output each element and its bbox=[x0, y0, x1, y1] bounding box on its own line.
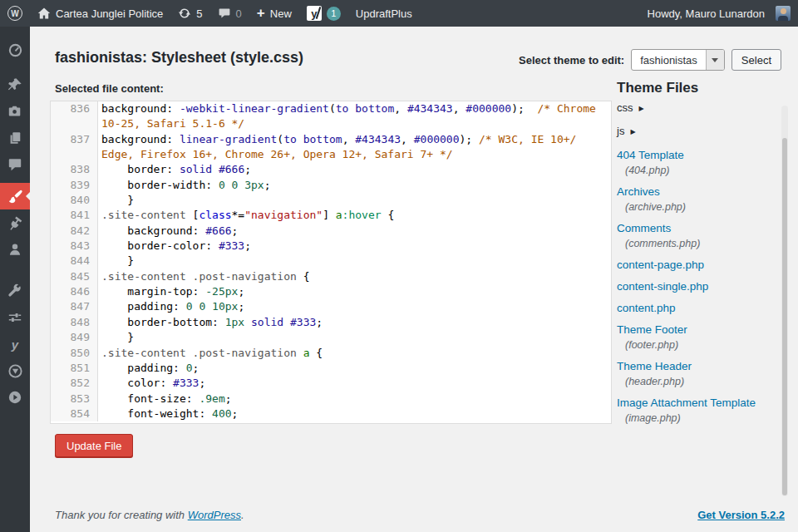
folder-expand-icon: ▶ bbox=[630, 128, 635, 135]
dashboard-icon bbox=[7, 42, 23, 58]
theme-file-entry: 404 Template(404.php) bbox=[617, 147, 783, 178]
theme-file-path: (comments.php) bbox=[625, 236, 783, 251]
line-number: 852 bbox=[51, 376, 98, 391]
sidebar-item-users[interactable] bbox=[0, 236, 30, 263]
pages-icon bbox=[7, 131, 22, 145]
update-file-button[interactable]: Update File bbox=[55, 434, 133, 457]
user-icon bbox=[7, 242, 22, 257]
sidebar-item-posts[interactable] bbox=[0, 71, 30, 98]
line-number: 836 bbox=[51, 101, 98, 116]
code-line: 850.site-content .post-navigation a { bbox=[51, 346, 611, 361]
theme-file-link[interactable]: Comments bbox=[617, 220, 783, 236]
site-name-label: Cartea Junglei Politice bbox=[56, 7, 163, 20]
select-arrow-segment bbox=[706, 50, 724, 70]
comments-menu[interactable]: 0 bbox=[210, 0, 249, 27]
theme-file-link[interactable]: content.php bbox=[617, 300, 783, 316]
sidebar-item-comments[interactable] bbox=[0, 151, 30, 178]
pushpin-icon bbox=[7, 77, 22, 92]
code-line: 848 border-bottom: 1px solid #333; bbox=[51, 315, 611, 330]
select-theme-button[interactable]: Select bbox=[732, 49, 781, 71]
theme-file-link[interactable]: Theme Header bbox=[617, 358, 783, 374]
updates-menu[interactable]: 5 bbox=[170, 0, 209, 27]
code-text: padding: 0; bbox=[98, 361, 199, 376]
get-version-link[interactable]: Get Version 5.2.2 bbox=[697, 509, 785, 521]
selected-file-label: Selected file content: bbox=[55, 82, 164, 95]
code-line: 838 border: solid #666; bbox=[51, 162, 611, 177]
site-name-link[interactable]: Cartea Junglei Politice bbox=[30, 0, 170, 27]
theme-file-link[interactable]: Archives bbox=[617, 184, 783, 200]
plus-icon: + bbox=[257, 6, 265, 20]
sidebar-item-tools[interactable] bbox=[0, 278, 30, 304]
camera-icon bbox=[7, 104, 22, 119]
theme-folder-css[interactable]: css▶ bbox=[617, 101, 783, 116]
update-count: 5 bbox=[196, 7, 202, 20]
theme-file-link[interactable]: content-single.php bbox=[617, 278, 783, 294]
line-number: 839 bbox=[51, 178, 98, 193]
line-number: 841 bbox=[51, 208, 98, 223]
sidebar-item-settings[interactable] bbox=[0, 304, 30, 331]
sidebar-item-plugins[interactable] bbox=[0, 209, 30, 236]
line-number: 848 bbox=[51, 315, 98, 330]
wordpress-link[interactable]: WordPress bbox=[188, 509, 241, 521]
sidebar-item-updraftplus[interactable] bbox=[0, 357, 30, 384]
theme-files-scrollbar-thumb[interactable] bbox=[782, 138, 787, 495]
code-line: 854 font-weight: 400; bbox=[51, 406, 611, 421]
code-text: margin-top: -25px; bbox=[98, 284, 244, 299]
thanks-period: . bbox=[241, 509, 244, 521]
code-editor[interactable]: 836background: -webkit-linear-gradient(t… bbox=[50, 101, 612, 424]
new-content-menu[interactable]: + New bbox=[249, 0, 299, 27]
code-text: border-bottom: 1px solid #333; bbox=[98, 315, 323, 330]
speech-bubble-icon bbox=[7, 157, 22, 172]
updraftplus-menu[interactable]: UpdraftPlus bbox=[348, 0, 420, 27]
theme-file-link[interactable]: Theme Footer bbox=[617, 322, 783, 337]
code-line: 846 margin-top: -25px; bbox=[51, 284, 611, 299]
code-line: 852 color: #333; bbox=[51, 376, 611, 391]
theme-file-entry: content-page.php bbox=[617, 257, 783, 273]
theme-select-label: Select theme to edit: bbox=[519, 54, 624, 66]
new-label: New bbox=[270, 7, 292, 20]
yoast-seo-menu[interactable]: y 1 bbox=[299, 0, 348, 27]
theme-select-dropdown[interactable]: fashionistas bbox=[631, 49, 725, 71]
updraftplus-label: UpdraftPlus bbox=[356, 7, 412, 20]
theme-file-link[interactable]: 404 Template bbox=[617, 147, 783, 163]
code-text: .site-content .post-navigation a { bbox=[98, 346, 323, 361]
sidebar-item-appearance[interactable] bbox=[0, 183, 30, 209]
comment-count: 0 bbox=[236, 7, 242, 20]
code-text: font-size: .9em; bbox=[98, 392, 232, 406]
theme-select-row: Select theme to edit: fashionistas Selec… bbox=[519, 49, 781, 71]
theme-file-entry: Theme Header(header.php) bbox=[617, 358, 783, 389]
code-text: Edge, Firefox 16+, Chrome 26+, Opera 12+… bbox=[98, 147, 453, 162]
theme-file-entry: content.php bbox=[617, 300, 783, 316]
line-number: 844 bbox=[51, 254, 98, 268]
code-text: border-color: #333; bbox=[98, 239, 251, 254]
sidebar-item-media[interactable] bbox=[0, 98, 30, 125]
sidebar-item-dashboard[interactable] bbox=[0, 37, 30, 63]
wp-logo-menu[interactable]: W bbox=[0, 0, 30, 27]
code-line: 841.site-content [class*="navigation"] a… bbox=[51, 208, 611, 223]
line-number: 851 bbox=[51, 361, 98, 376]
theme-file-path: (archive.php) bbox=[625, 200, 783, 214]
code-line: 842 background: #666; bbox=[51, 224, 611, 239]
line-number: 849 bbox=[51, 330, 98, 345]
theme-folder-js[interactable]: js▶ bbox=[617, 124, 783, 140]
line-number bbox=[51, 147, 98, 162]
code-line: 836background: -webkit-linear-gradient(t… bbox=[51, 101, 611, 116]
code-text: .site-content .post-navigation { bbox=[98, 269, 309, 284]
page-title: fashionistas: Stylesheet (style.css) bbox=[55, 49, 303, 66]
seo-notification-badge: 1 bbox=[327, 7, 341, 21]
line-number: 846 bbox=[51, 284, 98, 299]
sidebar-item-yoast-seo[interactable]: y bbox=[0, 331, 30, 357]
code-text: font-weight: 400; bbox=[98, 406, 238, 421]
account-menu[interactable]: Howdy, Mauro Lunardon bbox=[640, 0, 798, 27]
sidebar-item-pages[interactable] bbox=[0, 125, 30, 151]
line-number: 840 bbox=[51, 193, 98, 208]
code-line: 849 } bbox=[51, 330, 611, 345]
code-line: 839 border-width: 0 0 3px; bbox=[51, 178, 611, 193]
howdy-label: Howdy, Mauro Lunardon bbox=[648, 7, 765, 20]
code-text: } bbox=[98, 254, 134, 268]
sliders-icon bbox=[7, 310, 22, 325]
theme-file-link[interactable]: content-page.php bbox=[617, 257, 783, 273]
theme-file-link[interactable]: Image Attachment Template bbox=[617, 395, 783, 411]
code-text: .site-content [class*="navigation"] a:ho… bbox=[98, 208, 394, 223]
sidebar-item-video[interactable] bbox=[0, 384, 30, 411]
